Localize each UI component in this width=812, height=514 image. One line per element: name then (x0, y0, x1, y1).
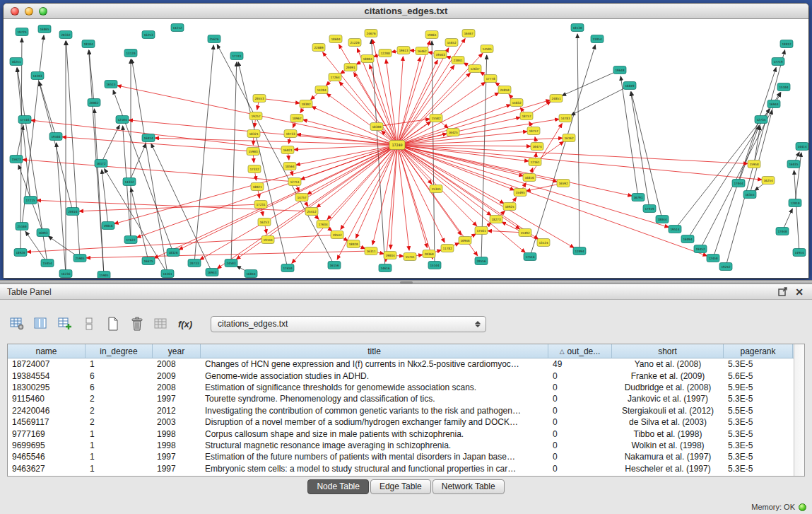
graph-node[interactable]: 22089 (312, 44, 325, 52)
close-window-button[interactable] (11, 7, 19, 16)
graph-node[interactable]: 17561 (475, 227, 488, 235)
graph-node[interactable]: 24850 (498, 86, 511, 94)
function-builder-icon[interactable]: f(x) (175, 315, 195, 333)
graph-node[interactable]: 14757 (295, 194, 308, 201)
graph-node[interactable]: 25905 (73, 255, 86, 262)
graph-node[interactable]: 16425 (447, 129, 459, 136)
graph-node[interactable]: 17215 (24, 197, 37, 204)
graph-node[interactable]: 16253 (258, 218, 271, 226)
graph-node[interactable]: 16816 (523, 174, 536, 182)
graph-node[interactable]: 16515 (105, 81, 117, 88)
column-header-title[interactable]: title (201, 344, 548, 358)
graph-node[interactable]: 16236 (59, 270, 72, 278)
graph-node[interactable]: 16844 (245, 270, 257, 278)
graph-node[interactable]: 16462 (416, 47, 428, 55)
graph-node[interactable]: 14832 (510, 99, 523, 107)
graph-node[interactable]: 15104 (777, 83, 790, 91)
graph-node[interactable]: 19257 (249, 112, 262, 120)
column-header-out_de[interactable]: △out_de... (548, 344, 612, 358)
create-column-icon[interactable] (55, 315, 75, 333)
graph-node[interactable]: 16944 (767, 100, 780, 108)
graph-node[interactable]: 17332 (248, 165, 261, 173)
table-row[interactable]: 1456911722003Disruption of a novel membe… (8, 416, 794, 428)
graph-node[interactable]: 15582 (430, 115, 442, 122)
graph-node[interactable]: 20062 (88, 99, 100, 107)
graph-node[interactable]: 19648 (613, 66, 626, 74)
graph-node[interactable]: 18020 (347, 240, 360, 248)
graph-node[interactable]: 12751 (288, 178, 301, 186)
graph-node[interactable]: 18564 (283, 163, 296, 170)
float-panel-icon[interactable] (777, 286, 788, 298)
graph-node[interactable]: 14203 (31, 72, 44, 80)
graph-node[interactable]: 17231 (254, 201, 267, 209)
graph-node[interactable]: 19166 (49, 133, 62, 141)
graph-node[interactable]: 16849 (623, 82, 636, 90)
delete-icon[interactable] (127, 315, 147, 333)
graph-node[interactable]: 16254 (762, 177, 775, 185)
graph-node[interactable]: 15652 (445, 39, 458, 47)
graph-node[interactable]: 14261 (161, 270, 174, 278)
graph-node[interactable]: 18321 (247, 130, 260, 138)
graph-node[interactable]: 16253 (142, 31, 155, 39)
graph-node[interactable]: 20556 (475, 257, 488, 265)
table-settings-icon[interactable] (7, 315, 27, 333)
graph-node[interactable]: 19452 (694, 245, 707, 253)
graph-node[interactable]: 17919 (643, 205, 656, 213)
table-source-combo[interactable]: citations_edges.txt (211, 316, 486, 332)
graph-node[interactable]: 20091 (344, 64, 357, 71)
graph-node[interactable]: 14414 (796, 143, 808, 151)
graph-node[interactable]: 12450 (707, 255, 719, 262)
graph-node[interactable]: 16093 (37, 229, 49, 237)
graph-node[interactable]: 24851 (550, 95, 563, 103)
graph-node[interactable]: 15492 (519, 229, 531, 237)
graph-node[interactable]: 25626 (208, 35, 220, 43)
graph-node[interactable]: 14505 (481, 45, 493, 53)
network-graph[interactable]: 1724018302189671973316021185641275114757… (4, 19, 808, 278)
graph-node[interactable]: 16675 (142, 257, 155, 265)
graph-node[interactable]: 19613 (397, 47, 410, 54)
graph-node[interactable]: 18273 (490, 216, 502, 223)
graph-node[interactable]: 15741 (404, 253, 416, 261)
graph-node[interactable]: 18326 (167, 249, 180, 257)
graph-node[interactable]: 17240 (389, 141, 405, 150)
graph-node[interactable]: 15144 (428, 262, 441, 269)
graph-node[interactable]: 20553 (253, 95, 266, 103)
graph-node[interactable]: 15623 (10, 156, 23, 163)
graph-node[interactable]: 16474 (531, 143, 543, 151)
graph-node[interactable]: 15054 (41, 259, 54, 267)
graph-node[interactable]: 14332 (123, 178, 136, 186)
graph-node[interactable]: 17741 (230, 52, 243, 60)
graph-node[interactable]: 18104 (82, 40, 95, 48)
graph-node[interactable]: 18044 (656, 216, 669, 223)
graph-node[interactable]: 18300 (370, 123, 383, 131)
graph-node[interactable]: 18302 (300, 100, 312, 108)
graph-node[interactable]: 19061 (425, 31, 438, 39)
graph-node[interactable]: 15345 (430, 185, 442, 193)
graph-node[interactable]: 16162 (563, 134, 575, 142)
network-canvas[interactable]: 1724018302189671973316021185641275114757… (4, 19, 808, 278)
graph-node[interactable]: 17650 (281, 264, 294, 272)
graph-node[interactable]: 15958 (748, 160, 760, 168)
graph-node[interactable]: 16791 (632, 194, 645, 201)
graph-node[interactable]: 14212 (171, 24, 184, 32)
graph-node[interactable]: 14204 (315, 86, 328, 94)
graph-node[interactable]: 14783 (559, 115, 572, 122)
graph-node[interactable]: 15495 (514, 189, 526, 197)
graph-node[interactable]: 13120 (124, 49, 137, 57)
graph-node[interactable]: 16311 (365, 247, 377, 255)
window-titlebar[interactable]: citations_edges.txt (4, 4, 808, 19)
graph-node[interactable]: 17622 (124, 236, 137, 244)
graph-node[interactable]: 19816 (102, 222, 114, 230)
table-row[interactable]: 946554611997Estimation of the future num… (8, 451, 794, 462)
table-row[interactable]: 946362711997Embryonic stem cells: a mode… (8, 463, 794, 474)
graph-node[interactable]: 16467 (462, 30, 475, 37)
minimize-window-button[interactable] (25, 7, 33, 16)
zoom-window-button[interactable] (39, 7, 47, 16)
graph-node[interactable]: 17719 (772, 58, 784, 66)
table-vertical-scrollbar[interactable] (794, 344, 804, 476)
graph-node[interactable]: 24503 (225, 259, 237, 267)
graph-node[interactable]: 12010 (789, 199, 801, 207)
graph-node[interactable]: 20616 (66, 208, 79, 216)
graph-node[interactable]: 17778 (484, 75, 497, 83)
table-row[interactable]: 1872400712008Changes of HCN gene express… (8, 358, 794, 370)
